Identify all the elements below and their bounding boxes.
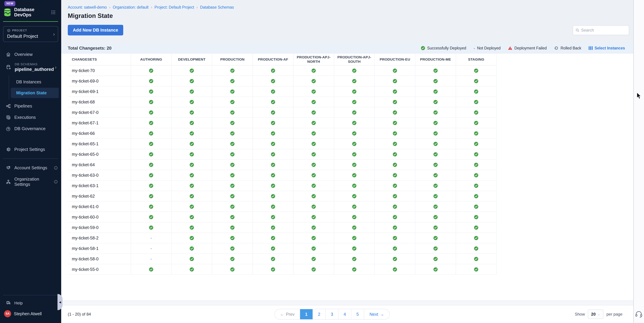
sidebar-item-label: DB Governance [14, 126, 46, 131]
status-cell-deployed [456, 66, 497, 76]
search-box[interactable] [573, 25, 629, 35]
page-button-5[interactable]: 5 [351, 309, 364, 319]
changeset-name[interactable]: my-ticket-59-0 [68, 222, 131, 233]
sidebar-item-project-settings[interactable]: Project Settings [0, 144, 61, 155]
sidebar-collapse-handle[interactable]: ◀ [58, 294, 62, 310]
sidebar-item-account-settings[interactable]: Account Settings [0, 162, 61, 173]
status-cell-deployed [172, 191, 212, 201]
changeset-name[interactable]: my-ticket-70 [68, 66, 131, 76]
success-check-icon [474, 163, 478, 167]
success-check-icon [230, 257, 235, 261]
status-cell-deployed [375, 264, 416, 275]
status-cell-deployed [456, 222, 497, 233]
project-selector[interactable]: PROJECT Default Project › [3, 26, 58, 42]
changeset-name[interactable]: my-ticket-58-2 [68, 233, 131, 243]
page-button-2[interactable]: 2 [313, 309, 326, 319]
success-check-icon [271, 173, 275, 178]
changeset-name[interactable]: my-ticket-63-1 [68, 181, 131, 191]
changeset-name[interactable]: my-ticket-69-0 [68, 76, 131, 86]
status-cell-deployed [253, 76, 294, 86]
changeset-name[interactable]: my-ticket-60-0 [68, 212, 131, 222]
status-cell-deployed [172, 254, 212, 264]
changeset-name[interactable]: my-ticket-62 [68, 191, 131, 201]
sidebar-item-help[interactable]: Help [0, 299, 61, 307]
select-instances-button[interactable]: Select Instances [589, 46, 625, 51]
column-header: PRODUCTION-AF [253, 54, 294, 66]
changeset-name[interactable]: my-ticket-58-1 [68, 243, 131, 254]
status-cell-deployed [131, 86, 172, 97]
info-icon[interactable] [54, 180, 58, 184]
page-button-4[interactable]: 4 [338, 309, 351, 319]
page-button-3[interactable]: 3 [326, 309, 338, 319]
success-check-icon [352, 246, 356, 251]
success-check-icon [271, 110, 275, 115]
breadcrumb: Account: satwell-demo › Organization: de… [68, 5, 629, 10]
success-check-icon [433, 79, 438, 83]
changeset-name[interactable]: my-ticket-67-1 [68, 118, 131, 128]
success-check-icon [271, 142, 275, 146]
show-label: Show [575, 312, 585, 316]
sidebar-item-pipelines[interactable]: Pipelines [0, 100, 61, 112]
apps-grid-icon[interactable] [51, 10, 56, 15]
success-check-icon [230, 204, 235, 209]
add-new-db-instance-button[interactable]: Add New DB Instance [68, 25, 123, 36]
success-check-icon [312, 121, 316, 125]
status-cell-deployed [212, 97, 253, 107]
prev-page-button[interactable]: ←Prev [275, 309, 300, 319]
changeset-name[interactable]: my-ticket-64 [68, 160, 131, 170]
success-check-icon [149, 89, 154, 94]
breadcrumb-organization[interactable]: Organization: default [113, 5, 148, 10]
changeset-name[interactable]: my-ticket-68 [68, 97, 131, 107]
status-cell-deployed [131, 149, 172, 160]
legend-deployment-failed: Deployment Failed [508, 46, 547, 51]
breadcrumb-database-schemas[interactable]: Database Schemas [200, 5, 234, 10]
status-cell-deployed [334, 191, 375, 201]
sidebar-item-db-governance[interactable]: DB Governance [0, 123, 61, 134]
info-icon[interactable] [54, 166, 58, 170]
legend-label: Deployment Failed [514, 46, 547, 51]
sidebar-item-migration-state[interactable]: Migration State [11, 88, 59, 98]
success-check-icon [352, 152, 356, 157]
changeset-name[interactable]: my-ticket-69-1 [68, 86, 131, 97]
search-input[interactable] [581, 28, 626, 33]
success-check-icon [149, 183, 154, 188]
changeset-name[interactable]: my-ticket-65-0 [68, 149, 131, 160]
changeset-name[interactable]: my-ticket-55-0 [68, 264, 131, 275]
breadcrumb-separator: › [109, 5, 110, 10]
changeset-name[interactable]: my-ticket-61-0 [68, 201, 131, 212]
success-check-icon [433, 267, 438, 272]
status-cell-deployed [375, 212, 416, 222]
changeset-name[interactable]: my-ticket-58-0 [68, 254, 131, 264]
status-cell-deployed [416, 191, 456, 201]
success-check-icon [149, 142, 154, 146]
column-header: PRODUCTION [212, 54, 253, 66]
status-cell-deployed [131, 191, 172, 201]
status-cell-deployed [253, 160, 294, 170]
sidebar-item-label: Organization Settings [14, 177, 50, 187]
sidebar-item-db-instances[interactable]: DB Instances [11, 77, 59, 87]
changeset-name[interactable]: my-ticket-63-0 [68, 170, 131, 181]
success-check-icon [433, 163, 438, 167]
success-check-icon [474, 100, 478, 104]
next-page-button[interactable]: Next→ [364, 309, 390, 319]
breadcrumb-project[interactable]: Project: Default Project [154, 5, 194, 10]
changeset-name[interactable]: my-ticket-65-1 [68, 139, 131, 149]
status-cell-deployed [253, 97, 294, 107]
success-check-icon [190, 121, 194, 125]
user-menu[interactable]: SA Stephen Atwell [0, 307, 61, 319]
changeset-name[interactable]: my-ticket-67-0 [68, 107, 131, 118]
sidebar-item-organization-settings[interactable]: Organization Settings [0, 173, 61, 190]
legend-successfully-deployed: Successfully Deployed [421, 46, 466, 51]
changeset-name[interactable]: my-ticket-66 [68, 128, 131, 139]
per-page-label: per page [606, 312, 622, 316]
page-button-1[interactable]: 1 [300, 309, 313, 319]
sidebar-item-overview[interactable]: Overview [0, 49, 61, 60]
sidebar-item-executions[interactable]: Executions [0, 112, 61, 123]
success-check-icon [433, 257, 438, 261]
sidebar-item-db-schemas[interactable]: DB SCHEMAS pipeline_authored › [0, 60, 61, 74]
breadcrumb-separator: › [196, 5, 198, 10]
breadcrumb-account[interactable]: Account: satwell-demo [68, 5, 107, 10]
support-headset-icon[interactable] [635, 310, 643, 318]
status-cell-deployed [334, 264, 375, 275]
page-size-select[interactable]: 20 ⌄ [588, 309, 603, 319]
